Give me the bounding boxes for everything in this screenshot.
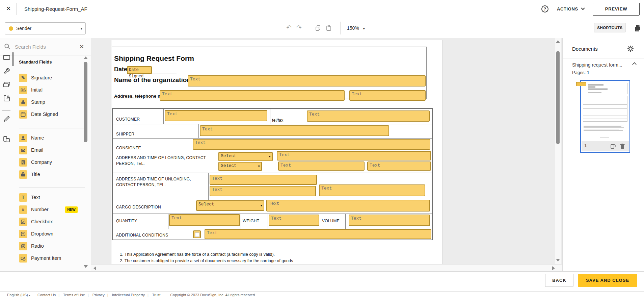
tab-standard-fields[interactable]: [2, 54, 11, 63]
panel-divider: [563, 58, 644, 58]
field-item-checkbox[interactable]: Checkbox: [17, 218, 81, 227]
trash-icon[interactable]: [619, 143, 625, 149]
select-field[interactable]: Select▼: [196, 200, 264, 211]
rotate-page-icon[interactable]: [610, 143, 616, 149]
search-fields-input[interactable]: Search Fields: [15, 38, 46, 55]
text-field[interactable]: Text: [165, 110, 267, 121]
text-field[interactable]: Text: [277, 151, 431, 160]
redo-icon[interactable]: ↷: [294, 23, 304, 32]
tab-merge-fields[interactable]: [2, 81, 11, 90]
gear-icon[interactable]: [627, 45, 634, 52]
copy-icon[interactable]: [313, 23, 323, 32]
field-item-label: Checkbox: [31, 218, 53, 226]
field-item-stamp[interactable]: Stamp: [17, 98, 81, 107]
dropdown-icon: [19, 230, 27, 238]
text-field[interactable]: Text: [205, 229, 431, 239]
field-item-text[interactable]: T Text: [17, 193, 81, 203]
chevron-up-icon[interactable]: [632, 62, 637, 67]
field-item-number[interactable]: # Number NEW: [17, 205, 81, 215]
field-item-initial[interactable]: DS Initial: [17, 86, 81, 95]
checkbox-field[interactable]: [193, 230, 201, 238]
close-icon[interactable]: ✕: [4, 5, 12, 13]
vertical-scroll-thumb[interactable]: [556, 51, 560, 144]
tab-responsive-preview[interactable]: [2, 135, 11, 144]
scroll-up-icon[interactable]: [556, 40, 560, 43]
field-item-name[interactable]: Name: [17, 134, 81, 143]
field-item-dropdown[interactable]: Dropdown: [17, 230, 81, 239]
field-item-email[interactable]: ✉ Email: [17, 146, 81, 155]
row-label-shipper: SHIPPER: [116, 132, 134, 136]
scroll-down-icon[interactable]: [556, 259, 560, 262]
divider: [630, 22, 630, 34]
field-item-date-signed[interactable]: Date Signed: [17, 110, 81, 120]
text-field[interactable]: Text: [210, 186, 316, 196]
undo-icon[interactable]: ↶: [284, 23, 294, 32]
text-field[interactable]: Text: [349, 90, 426, 101]
document-pages-icon[interactable]: [633, 23, 642, 33]
footer-link-privacy[interactable]: Privacy: [92, 293, 105, 297]
scroll-right-icon[interactable]: [552, 266, 555, 270]
fields-sidebar: Search Fields ✕ Standard Fields ✎ Signat…: [0, 38, 91, 271]
footer-link-terms-of-use[interactable]: Terms of Use: [63, 293, 85, 297]
field-item-radio[interactable]: Radio: [17, 242, 81, 251]
document-name[interactable]: Shipping request form...: [572, 62, 622, 68]
row-label-customer: CUSTOMER: [116, 117, 140, 122]
field-item-label: Initial: [31, 86, 43, 94]
text-field[interactable]: Text: [319, 184, 425, 196]
save-and-close-button[interactable]: SAVE AND CLOSE: [578, 274, 637, 287]
text-field[interactable]: Text: [307, 110, 430, 122]
chevron-down-icon: ▼: [269, 155, 271, 158]
help-icon[interactable]: ?: [541, 5, 548, 13]
text-field[interactable]: Text: [367, 162, 431, 171]
thumbnail-footer: 1: [582, 141, 629, 151]
footer-link-trust[interactable]: Trust: [152, 293, 161, 297]
cell-label-volume: VOLUME: [322, 219, 340, 223]
chevron-down-icon: ▾: [80, 23, 82, 34]
text-field[interactable]: Text: [269, 215, 319, 226]
field-item-company[interactable]: Company: [17, 158, 81, 168]
field-item-title[interactable]: Title: [17, 170, 81, 180]
scroll-left-icon[interactable]: [93, 266, 96, 270]
text-field[interactable]: Text: [188, 75, 426, 86]
sidebar-scroll-up-icon[interactable]: [84, 56, 88, 59]
text-field[interactable]: Text: [200, 125, 389, 136]
sidebar-scrollbar[interactable]: [84, 62, 87, 142]
close-search-icon[interactable]: ✕: [77, 38, 87, 55]
footer-link-contact-us[interactable]: Contact Us: [37, 293, 56, 297]
preview-button[interactable]: PREVIEW: [593, 3, 640, 16]
text-field[interactable]: Text: [193, 139, 430, 150]
document-page[interactable]: Shipping Request Form Date Date Signed N…: [111, 40, 443, 266]
footer-link-intellectual-property[interactable]: Intellectual Property: [112, 293, 145, 297]
paste-icon[interactable]: [324, 23, 333, 32]
text-field[interactable]: Text: [210, 175, 317, 185]
field-item-signature[interactable]: ✎ Signature: [17, 74, 81, 83]
text-field[interactable]: Text: [349, 215, 430, 226]
text-field[interactable]: Text: [169, 214, 240, 226]
shortcuts-button[interactable]: SHORTCUTS: [594, 23, 626, 32]
tab-smart-sections[interactable]: [2, 95, 11, 103]
chevron-down-icon: ▾: [29, 294, 30, 297]
text-field[interactable]: Text: [160, 90, 345, 101]
field-item-label: Signature: [31, 74, 52, 82]
signature-glyph: ✎: [19, 74, 27, 82]
language-selector[interactable]: English (US) ▾: [7, 293, 30, 297]
field-item-payment-item[interactable]: Payment Item: [17, 254, 81, 264]
zoom-level-selector[interactable]: 150%▾: [347, 18, 365, 38]
vertical-scrollbar[interactable]: [555, 38, 561, 264]
page-thumbnail[interactable]: 1: [580, 80, 630, 153]
text-field[interactable]: Text: [278, 162, 365, 171]
back-button[interactable]: BACK: [545, 274, 573, 287]
cell-label-telfax: tel/fax: [272, 118, 283, 123]
tab-draw[interactable]: [2, 115, 11, 124]
tab-custom-fields[interactable]: [2, 68, 11, 76]
text-field[interactable]: Text: [266, 200, 430, 212]
horizontal-scrollbar[interactable]: [91, 264, 562, 271]
select-field[interactable]: Select▼: [218, 162, 262, 171]
recipient-selector[interactable]: Sender ▾: [5, 22, 86, 34]
date-signed-field[interactable]: Date Signed: [127, 66, 152, 74]
select-field[interactable]: Select▼: [218, 152, 273, 161]
payment-icon: [19, 254, 27, 263]
actions-menu[interactable]: ACTIONS: [557, 0, 584, 18]
actions-label: ACTIONS: [557, 6, 578, 11]
sidebar-scroll-down-icon[interactable]: [84, 265, 88, 268]
